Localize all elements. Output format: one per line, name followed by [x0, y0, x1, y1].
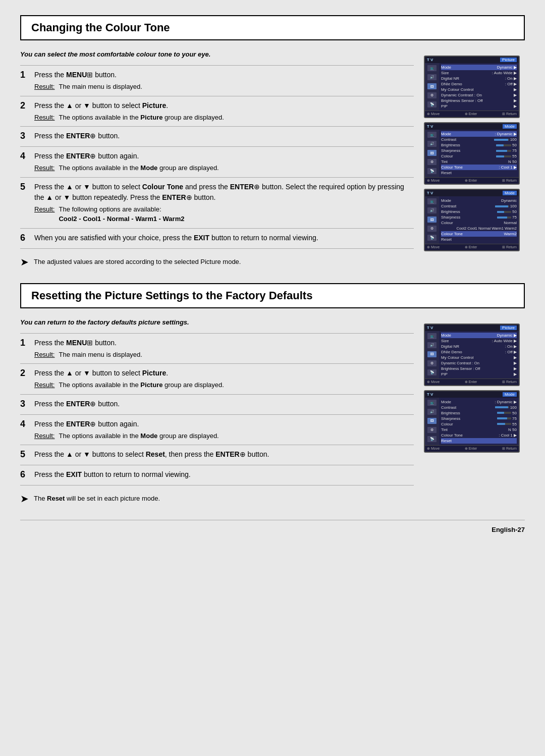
- tv-sidebar: 📺 🔊 🖼 ⚙ 📡: [425, 398, 439, 445]
- step-text: Press the EXIT button to return to norma…: [34, 469, 414, 480]
- result-row: Result: The options available in the Mod…: [34, 163, 414, 173]
- tv-menu-row: Contrast 100: [441, 405, 517, 410]
- step-text: Press the ▲ or ▼ button to select Pictur…: [34, 100, 414, 111]
- step-row: 2 Press the ▲ or ▼ button to select Pict…: [20, 96, 414, 127]
- tv-footer: ⊕ Move⊕ Enter⊞ Return: [425, 445, 519, 452]
- result-row: Result: The main menu is displayed.: [34, 82, 414, 92]
- tv-menu-row: Brightness Sensor : Off▶: [441, 98, 517, 103]
- tv-menu-row: Sharpness 75: [441, 416, 517, 421]
- tv-icon: 🔊: [427, 141, 437, 147]
- tv-menu-row: Brightness 50: [441, 209, 517, 214]
- tv-menu-row: TintN 50: [441, 159, 517, 165]
- tv-menu-row: Dynamic Contrast : On▶: [441, 360, 517, 366]
- tv-screen-3: T V Mode 📺 🔊 🖼 ⚙ 📡 ModeDynamic: [424, 189, 520, 251]
- tv-header: T V Mode: [425, 123, 519, 130]
- tv-icon: 📡: [427, 436, 437, 442]
- tv-menu: Mode: Dynamic ▶ Contrast 100 Brightness …: [439, 130, 519, 177]
- tv-menu-row: Colour 55: [441, 153, 517, 159]
- tv-icon: 📡: [427, 101, 437, 107]
- footer: English-27: [20, 520, 525, 533]
- tv-body: 📺 🔊 🖼 ⚙ 📡 Mode: Dynamic ▶ Contrast 100: [425, 130, 519, 177]
- note-icon: ➤: [20, 493, 29, 505]
- step-content: Press the ENTER⊕ button.: [34, 127, 414, 147]
- step-row: 1 Press the MENU⊞ button. Result: The ma…: [20, 333, 414, 364]
- section2-steps: 1 Press the MENU⊞ button. Result: The ma…: [20, 333, 414, 486]
- tv-label: T V: [427, 326, 433, 330]
- tv-icon: 🔊: [427, 207, 437, 213]
- section1-instructions: You can select the most comfortable colo…: [20, 50, 414, 268]
- step-content: Press the MENU⊞ button. Result: The main…: [34, 333, 414, 364]
- tv-menu-row: Dynamic Contrast : On▶: [441, 92, 517, 98]
- step-number: 4: [20, 147, 34, 178]
- tv-sidebar: 📺 🔊 🖼 ⚙ 📡: [425, 331, 439, 379]
- step-row: 5 Press the ▲ or ▼ button to select Colo…: [20, 177, 414, 228]
- tv-menu-row: ColourNormal: [441, 220, 517, 226]
- step-row: 4 Press the ENTER⊕ button again. Result:…: [20, 147, 414, 178]
- section-colour-tone: Changing the Colour Tone You can select …: [20, 15, 525, 268]
- tv-menu-row: Size: Auto Wide ▶: [441, 70, 517, 76]
- tv-menu-row: Colour ToneWarm2: [441, 231, 517, 237]
- step-number: 6: [20, 228, 34, 248]
- result-row: Result: The options available in the Mod…: [34, 431, 414, 441]
- step-row: 3 Press the ENTER⊕ button.: [20, 394, 414, 414]
- result-label: Result:: [34, 431, 54, 441]
- tv-icon: 🔊: [427, 74, 437, 80]
- tv-body: 📺 🔊 🖼 ⚙ 📡 ModeDynamic ▶ Size: Auto Wide …: [425, 63, 519, 111]
- result-text: The options available in the Mode group …: [59, 163, 219, 173]
- result-label: Result:: [34, 204, 54, 224]
- step-number: 2: [20, 364, 34, 395]
- tv-screen-2: T V Mode 📺 🔊 🖼 ⚙ 📡 Mode: Dynamic ▶: [424, 122, 520, 185]
- step-number: 6: [20, 465, 34, 485]
- tv-icon-active: 🖼: [427, 83, 437, 89]
- tv-icon: 📺: [427, 198, 437, 204]
- tv-footer: ⊕ Move⊕ Enter⊞ Return: [425, 177, 519, 184]
- step-text: Press the MENU⊞ button.: [34, 338, 414, 348]
- step-content: Press the ENTER⊕ button.: [34, 394, 414, 414]
- tv-label: T V: [427, 124, 433, 129]
- result-text: The main menu is displayed.: [59, 82, 142, 92]
- tv-footer: ⊕ Move⊕ Enter⊞ Return: [425, 379, 519, 385]
- step-row: 4 Press the ENTER⊕ button again. Result:…: [20, 414, 414, 445]
- result-label: Result:: [34, 113, 54, 123]
- tv-icon-active: 🖼: [427, 217, 437, 223]
- tv-icon: ⚙: [427, 360, 437, 366]
- step-number: 1: [20, 66, 34, 96]
- tv-header: T V Picture: [425, 325, 519, 331]
- section2-intro: You can return to the factory defaults p…: [20, 318, 414, 326]
- step-number: 4: [20, 414, 34, 445]
- section1-layout: You can select the most comfortable colo…: [20, 50, 525, 268]
- result-text: The options available in the Mode group …: [59, 431, 219, 441]
- step-number: 1: [20, 333, 34, 364]
- step-text: Press the ENTER⊕ button again.: [34, 419, 414, 429]
- tv-menu-row: PIP▶: [441, 371, 517, 377]
- step-content: Press the ENTER⊕ button again. Result: T…: [34, 147, 414, 178]
- section1-title: Changing the Colour Tone: [20, 15, 525, 40]
- result-label: Result:: [34, 380, 54, 390]
- tv-menu-row: Mode: Dynamic ▶: [441, 399, 517, 405]
- tv-icon: 📡: [427, 235, 437, 241]
- tv-menu-row: PIP▶: [441, 103, 517, 109]
- step-content: Press the ▲ or ▼ buttons to select Reset…: [34, 445, 414, 465]
- step-number: 2: [20, 96, 34, 127]
- tv-menu-row: Cool2 Cool1 Normal Warm1 Warm2: [441, 226, 517, 231]
- tv-menu-row: Reset: [441, 438, 517, 444]
- tv-menu-row: Colour Tone: Cool 1 ▶: [441, 433, 517, 438]
- result-text: The following options are available:Cool…: [59, 204, 184, 224]
- tv-menu: Mode: Dynamic ▶ Contrast 100 Brightness …: [439, 398, 519, 445]
- step-text: When you are satisfied with your choice,…: [34, 233, 414, 243]
- tv-menu-row: Colour 55: [441, 421, 517, 427]
- step-text: Press the ENTER⊕ button again.: [34, 151, 414, 161]
- tv-menu-row: Reset: [441, 237, 517, 242]
- step-content: Press the ▲ or ▼ button to select Pictur…: [34, 364, 414, 395]
- step-number: 5: [20, 177, 34, 228]
- tv-icon-active: 🖼: [427, 150, 437, 156]
- tv-menu-title: Mode: [503, 191, 517, 195]
- tv-menu-row: My Colour Control▶: [441, 355, 517, 360]
- tv-menu-row: ModeDynamic ▶: [441, 65, 517, 70]
- tv-icon: ⚙: [427, 427, 437, 433]
- tv-menu-title: Mode: [503, 124, 517, 129]
- result-row: Result: The main menu is displayed.: [34, 350, 414, 360]
- tv-menu-row: Digital NR: On ▶: [441, 344, 517, 349]
- tv-icon: 🔊: [427, 342, 437, 348]
- tv-sidebar: 📺 🔊 🖼 ⚙ 📡: [425, 130, 439, 177]
